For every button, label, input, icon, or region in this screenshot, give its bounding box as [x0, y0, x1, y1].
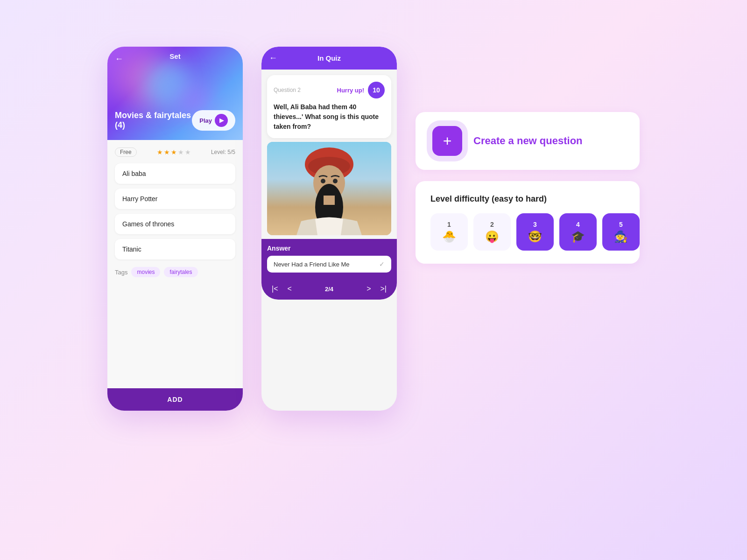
svg-rect-5 [324, 196, 335, 205]
create-question-card: + Create a new question [416, 112, 640, 170]
phone1-body: Free ★ ★ ★ ★ ★ Level: 5/5 Ali baba Harry… [107, 140, 243, 388]
difficulty-card: Level difficulty (easy to hard) 1 🐣 2 😛 [416, 181, 640, 264]
difficulty-level-4: 4 🎓 [559, 213, 597, 251]
diff-emoji-4: 🎓 [571, 230, 585, 243]
phone2: ← In Quiz Question 2 Hurry up! 10 Well, … [261, 47, 397, 411]
answer-text: Never Had a Friend Like Me [274, 261, 350, 268]
level-text: Level: 5/5 [211, 149, 235, 155]
diff-number-3: 3 [533, 221, 537, 228]
nav-last-button[interactable]: >| [377, 283, 389, 295]
hurry-container: Hurry up! 10 [337, 82, 385, 98]
nav-first-button[interactable]: |< [269, 283, 281, 295]
difficulty-level-5: 5 🧙 [602, 213, 640, 251]
diff-number-4: 4 [576, 221, 580, 228]
question-card: Question 2 Hurry up! 10 Well, Ali Baba h… [267, 75, 391, 138]
diff-number-5: 5 [619, 221, 623, 228]
difficulty-button-4[interactable]: 4 🎓 [559, 213, 597, 251]
phone1-meta: Free ★ ★ ★ ★ ★ Level: 5/5 [115, 147, 235, 157]
svg-point-6 [321, 179, 325, 183]
difficulty-button-3[interactable]: 3 🤓 [516, 213, 554, 251]
phone1-category-info: Movies & fairytales (4) Play ▶ [115, 110, 235, 131]
phone1-add-button[interactable]: ADD [107, 388, 243, 411]
list-item[interactable]: Ali baba [115, 163, 235, 184]
phone1-category-name: Movies & fairytales (4) [115, 111, 192, 131]
create-question-button[interactable]: + [432, 126, 462, 156]
play-icon: ▶ [215, 114, 228, 127]
star-2: ★ [164, 148, 170, 156]
star-5: ★ [185, 148, 191, 156]
list-item[interactable]: Games of thrones [115, 214, 235, 234]
diff-emoji-2: 😛 [485, 230, 499, 243]
quiz-content: Question 2 Hurry up! 10 Well, Ali Baba h… [261, 70, 397, 411]
quiz-back-button[interactable]: ← [269, 53, 277, 63]
play-button[interactable]: Play ▶ [192, 110, 235, 131]
quiz-header-title: In Quiz [317, 54, 341, 62]
portrait-svg [287, 142, 371, 235]
create-question-label: Create a new question [473, 135, 583, 147]
quiz-header: ← In Quiz [261, 47, 397, 70]
star-4: ★ [178, 148, 184, 156]
nav-left: |< < [269, 283, 295, 295]
question-label: Question 2 [274, 87, 301, 93]
phone1-tags: Tags movies fairytales [115, 267, 235, 277]
diff-number-2: 2 [490, 221, 494, 228]
right-panel: + Create a new question Level difficulty… [416, 112, 640, 264]
check-icon: ✓ [379, 260, 385, 268]
star-1: ★ [157, 148, 163, 156]
diff-emoji-3: 🤓 [528, 230, 542, 243]
page-indicator: 2/4 [325, 286, 333, 293]
free-badge: Free [115, 147, 137, 157]
difficulty-level-1: 1 🐣 [430, 213, 468, 251]
difficulty-button-2[interactable]: 2 😛 [473, 213, 511, 251]
tag-movies[interactable]: movies [131, 267, 160, 277]
svg-point-7 [333, 179, 338, 183]
star-3: ★ [171, 148, 177, 156]
hurry-text: Hurry up! [337, 87, 365, 94]
diff-emoji-5: 🧙 [614, 230, 628, 243]
diff-emoji-1: 🐣 [442, 230, 456, 243]
quiz-nav: |< < 2/4 > >| [261, 278, 397, 300]
list-item[interactable]: Harry Potter [115, 189, 235, 209]
phone1-back-button[interactable]: ← [115, 54, 123, 64]
list-item[interactable]: Titanic [115, 239, 235, 259]
diff-number-1: 1 [447, 221, 451, 228]
difficulty-levels: 1 🐣 2 😛 3 🤓 [430, 213, 625, 251]
question-text: Well, Ali Baba had them 40 thieves...' W… [274, 102, 385, 132]
answer-input[interactable]: Never Had a Friend Like Me ✓ [267, 256, 391, 273]
play-label: Play [199, 117, 212, 124]
tags-label: Tags [115, 269, 127, 276]
difficulty-button-1[interactable]: 1 🐣 [430, 213, 468, 251]
difficulty-button-5[interactable]: 5 🧙 [602, 213, 640, 251]
nav-right: > >| [364, 283, 389, 295]
difficulty-level-3: 3 🤓 [516, 213, 554, 251]
nav-next-button[interactable]: > [364, 283, 374, 295]
stars-rating: ★ ★ ★ ★ ★ [157, 148, 191, 156]
answer-section: Answer Never Had a Friend Like Me ✓ [261, 239, 397, 278]
phone1-header: ← Set Movies & fairytales (4) Play ▶ [107, 47, 243, 140]
timer-circle: 10 [368, 82, 385, 98]
phone1: ← Set Movies & fairytales (4) Play ▶ Fre… [107, 47, 243, 411]
question-header: Question 2 Hurry up! 10 [274, 82, 385, 98]
difficulty-title: Level difficulty (easy to hard) [430, 194, 625, 204]
nav-prev-button[interactable]: < [285, 283, 295, 295]
portrait-background [267, 142, 391, 235]
difficulty-level-2: 2 😛 [473, 213, 511, 251]
tag-fairytales[interactable]: fairytales [164, 267, 197, 277]
answer-label: Answer [267, 245, 391, 252]
phone1-header-title: Set [169, 52, 180, 60]
quiz-image [267, 142, 391, 235]
main-container: ← Set Movies & fairytales (4) Play ▶ Fre… [0, 0, 747, 560]
